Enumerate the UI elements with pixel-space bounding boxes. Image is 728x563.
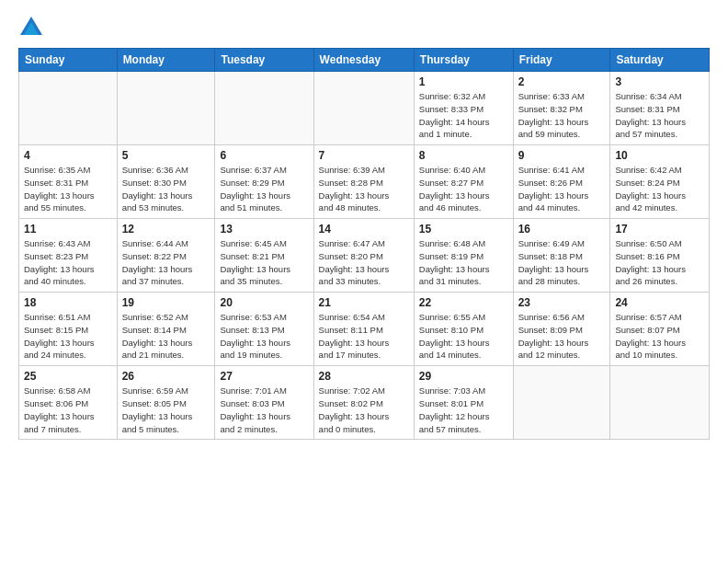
day-info: Sunrise: 6:50 AM Sunset: 8:16 PM Dayligh… bbox=[615, 237, 704, 288]
calendar-week-row: 4Sunrise: 6:35 AM Sunset: 8:31 PM Daylig… bbox=[19, 145, 710, 219]
day-number: 14 bbox=[319, 223, 409, 236]
day-number: 26 bbox=[122, 370, 210, 383]
day-info: Sunrise: 6:49 AM Sunset: 8:18 PM Dayligh… bbox=[518, 237, 606, 288]
day-number: 3 bbox=[615, 75, 704, 88]
day-number: 19 bbox=[122, 296, 210, 309]
calendar-cell: 13Sunrise: 6:45 AM Sunset: 8:21 PM Dayli… bbox=[215, 219, 313, 293]
calendar-cell: 9Sunrise: 6:41 AM Sunset: 8:26 PM Daylig… bbox=[513, 145, 610, 219]
day-number: 22 bbox=[419, 296, 508, 309]
calendar-cell: 29Sunrise: 7:03 AM Sunset: 8:01 PM Dayli… bbox=[414, 366, 513, 440]
day-number: 15 bbox=[419, 223, 508, 236]
calendar-week-row: 11Sunrise: 6:43 AM Sunset: 8:23 PM Dayli… bbox=[19, 219, 710, 293]
calendar-header-row: SundayMondayTuesdayWednesdayThursdayFrid… bbox=[19, 49, 710, 72]
calendar-cell: 25Sunrise: 6:58 AM Sunset: 8:06 PM Dayli… bbox=[19, 366, 118, 440]
calendar-cell: 7Sunrise: 6:39 AM Sunset: 8:28 PM Daylig… bbox=[313, 145, 414, 219]
day-number: 1 bbox=[419, 75, 508, 88]
day-number: 20 bbox=[220, 296, 308, 309]
day-number: 6 bbox=[220, 149, 308, 162]
day-info: Sunrise: 6:48 AM Sunset: 8:19 PM Dayligh… bbox=[419, 237, 508, 288]
header bbox=[18, 15, 710, 40]
calendar-cell: 2Sunrise: 6:33 AM Sunset: 8:32 PM Daylig… bbox=[513, 72, 610, 145]
calendar-cell bbox=[313, 72, 414, 145]
day-info: Sunrise: 6:51 AM Sunset: 8:15 PM Dayligh… bbox=[24, 311, 112, 362]
calendar-cell: 22Sunrise: 6:55 AM Sunset: 8:10 PM Dayli… bbox=[414, 293, 513, 366]
day-info: Sunrise: 6:42 AM Sunset: 8:24 PM Dayligh… bbox=[615, 164, 704, 214]
calendar-cell: 21Sunrise: 6:54 AM Sunset: 8:11 PM Dayli… bbox=[313, 293, 414, 366]
day-info: Sunrise: 6:47 AM Sunset: 8:20 PM Dayligh… bbox=[319, 237, 409, 288]
day-info: Sunrise: 6:53 AM Sunset: 8:13 PM Dayligh… bbox=[220, 311, 308, 362]
calendar-cell: 19Sunrise: 6:52 AM Sunset: 8:14 PM Dayli… bbox=[117, 293, 215, 366]
day-info: Sunrise: 6:35 AM Sunset: 8:31 PM Dayligh… bbox=[24, 164, 112, 214]
calendar-cell: 1Sunrise: 6:32 AM Sunset: 8:33 PM Daylig… bbox=[414, 72, 513, 145]
calendar-header-thursday: Thursday bbox=[414, 49, 513, 72]
calendar-cell: 23Sunrise: 6:56 AM Sunset: 8:09 PM Dayli… bbox=[513, 293, 610, 366]
day-info: Sunrise: 6:58 AM Sunset: 8:06 PM Dayligh… bbox=[24, 385, 112, 435]
day-number: 16 bbox=[518, 223, 606, 236]
day-info: Sunrise: 6:36 AM Sunset: 8:30 PM Dayligh… bbox=[122, 164, 210, 214]
calendar-cell: 18Sunrise: 6:51 AM Sunset: 8:15 PM Dayli… bbox=[19, 293, 118, 366]
calendar-cell: 27Sunrise: 7:01 AM Sunset: 8:03 PM Dayli… bbox=[215, 366, 313, 440]
day-info: Sunrise: 6:33 AM Sunset: 8:32 PM Dayligh… bbox=[518, 90, 606, 141]
calendar-week-row: 25Sunrise: 6:58 AM Sunset: 8:06 PM Dayli… bbox=[19, 366, 710, 440]
day-number: 11 bbox=[24, 223, 112, 236]
day-number: 27 bbox=[220, 370, 308, 383]
day-info: Sunrise: 7:01 AM Sunset: 8:03 PM Dayligh… bbox=[220, 385, 308, 435]
calendar-cell: 11Sunrise: 6:43 AM Sunset: 8:23 PM Dayli… bbox=[19, 219, 118, 293]
calendar-cell: 5Sunrise: 6:36 AM Sunset: 8:30 PM Daylig… bbox=[117, 145, 215, 219]
day-info: Sunrise: 6:52 AM Sunset: 8:14 PM Dayligh… bbox=[122, 311, 210, 362]
calendar-cell: 17Sunrise: 6:50 AM Sunset: 8:16 PM Dayli… bbox=[610, 219, 710, 293]
calendar-cell: 26Sunrise: 6:59 AM Sunset: 8:05 PM Dayli… bbox=[117, 366, 215, 440]
day-number: 24 bbox=[615, 296, 704, 309]
day-info: Sunrise: 6:45 AM Sunset: 8:21 PM Dayligh… bbox=[220, 237, 308, 288]
day-info: Sunrise: 6:54 AM Sunset: 8:11 PM Dayligh… bbox=[319, 311, 409, 362]
calendar-week-row: 1Sunrise: 6:32 AM Sunset: 8:33 PM Daylig… bbox=[19, 72, 710, 145]
calendar-header-wednesday: Wednesday bbox=[313, 49, 414, 72]
day-number: 13 bbox=[220, 223, 308, 236]
day-info: Sunrise: 6:43 AM Sunset: 8:23 PM Dayligh… bbox=[24, 237, 112, 288]
page: SundayMondayTuesdayWednesdayThursdayFrid… bbox=[0, 0, 728, 563]
calendar-week-row: 18Sunrise: 6:51 AM Sunset: 8:15 PM Dayli… bbox=[19, 293, 710, 366]
calendar-header-sunday: Sunday bbox=[19, 49, 118, 72]
calendar-cell: 28Sunrise: 7:02 AM Sunset: 8:02 PM Dayli… bbox=[313, 366, 414, 440]
calendar-header-monday: Monday bbox=[117, 49, 215, 72]
day-info: Sunrise: 7:03 AM Sunset: 8:01 PM Dayligh… bbox=[419, 385, 508, 435]
calendar-cell bbox=[19, 72, 118, 145]
day-number: 4 bbox=[24, 149, 112, 162]
logo bbox=[18, 15, 48, 40]
day-number: 10 bbox=[615, 149, 704, 162]
calendar-cell bbox=[610, 366, 710, 440]
day-info: Sunrise: 6:57 AM Sunset: 8:07 PM Dayligh… bbox=[615, 311, 704, 362]
calendar-header-tuesday: Tuesday bbox=[215, 49, 313, 72]
day-info: Sunrise: 6:59 AM Sunset: 8:05 PM Dayligh… bbox=[122, 385, 210, 435]
calendar-cell: 24Sunrise: 6:57 AM Sunset: 8:07 PM Dayli… bbox=[610, 293, 710, 366]
calendar-cell: 8Sunrise: 6:40 AM Sunset: 8:27 PM Daylig… bbox=[414, 145, 513, 219]
calendar-cell: 14Sunrise: 6:47 AM Sunset: 8:20 PM Dayli… bbox=[313, 219, 414, 293]
calendar-cell: 20Sunrise: 6:53 AM Sunset: 8:13 PM Dayli… bbox=[215, 293, 313, 366]
day-info: Sunrise: 6:39 AM Sunset: 8:28 PM Dayligh… bbox=[319, 164, 409, 214]
day-info: Sunrise: 6:32 AM Sunset: 8:33 PM Dayligh… bbox=[419, 90, 508, 141]
day-number: 2 bbox=[518, 75, 606, 88]
day-info: Sunrise: 6:34 AM Sunset: 8:31 PM Dayligh… bbox=[615, 90, 704, 141]
day-info: Sunrise: 6:44 AM Sunset: 8:22 PM Dayligh… bbox=[122, 237, 210, 288]
day-number: 17 bbox=[615, 223, 704, 236]
day-info: Sunrise: 6:40 AM Sunset: 8:27 PM Dayligh… bbox=[419, 164, 508, 214]
calendar-table: SundayMondayTuesdayWednesdayThursdayFrid… bbox=[18, 48, 710, 440]
day-info: Sunrise: 6:37 AM Sunset: 8:29 PM Dayligh… bbox=[220, 164, 308, 214]
day-number: 18 bbox=[24, 296, 112, 309]
logo-icon bbox=[18, 15, 44, 40]
calendar-cell: 10Sunrise: 6:42 AM Sunset: 8:24 PM Dayli… bbox=[610, 145, 710, 219]
day-number: 12 bbox=[122, 223, 210, 236]
day-number: 8 bbox=[419, 149, 508, 162]
calendar-cell: 3Sunrise: 6:34 AM Sunset: 8:31 PM Daylig… bbox=[610, 72, 710, 145]
day-number: 23 bbox=[518, 296, 606, 309]
day-info: Sunrise: 6:41 AM Sunset: 8:26 PM Dayligh… bbox=[518, 164, 606, 214]
day-info: Sunrise: 6:55 AM Sunset: 8:10 PM Dayligh… bbox=[419, 311, 508, 362]
calendar-cell bbox=[513, 366, 610, 440]
day-number: 25 bbox=[24, 370, 112, 383]
day-number: 29 bbox=[419, 370, 508, 383]
calendar-cell: 15Sunrise: 6:48 AM Sunset: 8:19 PM Dayli… bbox=[414, 219, 513, 293]
calendar-cell bbox=[117, 72, 215, 145]
day-number: 9 bbox=[518, 149, 606, 162]
calendar-cell: 6Sunrise: 6:37 AM Sunset: 8:29 PM Daylig… bbox=[215, 145, 313, 219]
calendar-cell bbox=[215, 72, 313, 145]
